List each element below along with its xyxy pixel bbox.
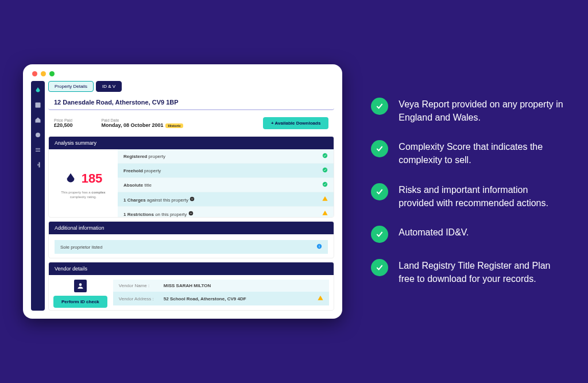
- analysis-row: Absolute title: [118, 178, 334, 192]
- logout-icon[interactable]: [34, 161, 41, 168]
- check-icon: [371, 226, 388, 243]
- svg-rect-3: [36, 150, 40, 150]
- svg-rect-0: [36, 103, 41, 108]
- home-icon[interactable]: [34, 117, 41, 123]
- vendor-panel: Vendor details Perform ID check Vendor N…: [48, 262, 334, 311]
- svg-point-9: [188, 211, 193, 215]
- complexity-note: This property has a complex complexity r…: [55, 191, 112, 199]
- list-icon[interactable]: [34, 146, 41, 153]
- feature-item: Land Registry Title Register and Plan fr…: [371, 259, 565, 285]
- check-icon: [371, 183, 388, 200]
- feature-text: Land Registry Title Register and Plan fr…: [399, 259, 565, 285]
- svg-rect-11: [319, 246, 320, 247]
- warning-icon: [318, 295, 323, 302]
- dashboard-icon[interactable]: [34, 102, 41, 109]
- additional-title: Additional information: [49, 222, 334, 234]
- complexity-score: 185 This property has a complex complexi…: [49, 149, 118, 218]
- vendor-name-row: Vendor Name : MISS SARAH MILTON: [113, 280, 330, 292]
- vendor-address-row: Vendor Address : 52 School Road, Atherst…: [113, 292, 330, 305]
- check-icon: [371, 98, 388, 115]
- gear-icon[interactable]: [34, 131, 41, 138]
- analysis-row: Freehold property: [118, 164, 334, 178]
- paid-date-value: Monday, 08 October 2001Historic: [102, 122, 183, 128]
- check-icon: [371, 140, 388, 157]
- tabs: Property Details ID & V: [48, 81, 334, 92]
- close-icon[interactable]: [32, 71, 37, 76]
- avatar: [74, 280, 87, 292]
- property-address: 12 Danesdale Road, Atherstone, CV9 1BP: [48, 95, 334, 110]
- check-icon: [322, 181, 328, 187]
- sole-proprietor-row: Sole proprietor listed: [55, 240, 328, 254]
- historic-badge: Historic: [165, 123, 183, 128]
- feature-text: Risks and important information provided…: [399, 183, 565, 210]
- complexity-score-value: 185: [82, 171, 103, 186]
- main-content: Property Details ID & V 12 Danesdale Roa…: [48, 81, 334, 311]
- check-icon: [322, 167, 328, 173]
- chevron-down-icon[interactable]: [188, 211, 194, 216]
- feature-text: Complexity Score that indicates the comp…: [399, 140, 565, 167]
- price-label: Price Paid: [54, 118, 73, 122]
- maximize-icon[interactable]: [49, 71, 55, 76]
- svg-rect-4: [36, 151, 40, 152]
- brand-logo-icon: [64, 172, 77, 185]
- svg-rect-2: [36, 148, 40, 149]
- feature-item: Risks and important information provided…: [371, 183, 565, 210]
- warning-icon: [322, 210, 328, 216]
- feature-text: Veya Report provided on any property in …: [399, 98, 565, 124]
- analysis-row: Registered property: [118, 149, 334, 164]
- feature-item: Veya Report provided on any property in …: [371, 98, 565, 124]
- additional-panel: Additional information Sole proprietor l…: [48, 221, 334, 258]
- user-icon: [76, 282, 84, 290]
- analysis-list: Registered propertyFreehold propertyAbso…: [118, 149, 334, 218]
- tab-property-details[interactable]: Property Details: [48, 81, 94, 92]
- price-value: £20,500: [54, 122, 73, 128]
- feature-item: Automated ID&V.: [371, 226, 565, 243]
- device-frame: Property Details ID & V 12 Danesdale Roa…: [23, 64, 342, 319]
- chevron-down-icon[interactable]: [189, 196, 195, 202]
- minimize-icon[interactable]: [41, 71, 46, 76]
- warning-icon: [322, 196, 328, 202]
- feature-list: Veya Report provided on any property in …: [371, 98, 565, 286]
- svg-point-13: [79, 283, 82, 286]
- check-icon: [322, 153, 328, 158]
- check-icon: [371, 259, 388, 276]
- info-icon[interactable]: [316, 243, 322, 250]
- perform-id-check-button[interactable]: Perform ID check: [53, 296, 107, 308]
- svg-rect-12: [319, 245, 320, 246]
- available-downloads-button[interactable]: + Available Downloads: [263, 117, 328, 129]
- analysis-row: 1 Charges against this property: [118, 192, 334, 207]
- analysis-panel: Analysis summary 185 This property has a…: [48, 136, 334, 218]
- analysis-title: Analysis summary: [49, 137, 334, 149]
- property-meta: Price Paid £20,500 Paid Date Monday, 08 …: [48, 114, 334, 133]
- svg-point-1: [36, 133, 40, 137]
- analysis-row: 1 Restrictions on this property: [118, 207, 334, 218]
- feature-item: Complexity Score that indicates the comp…: [371, 140, 565, 167]
- logo-icon: [34, 87, 41, 94]
- vendor-title: Vendor details: [49, 262, 334, 275]
- svg-point-8: [190, 196, 195, 201]
- paid-date-label: Paid Date: [102, 118, 183, 122]
- window-controls: [31, 69, 334, 81]
- tab-idv[interactable]: ID & V: [96, 81, 122, 92]
- sidebar: [31, 81, 45, 311]
- feature-text: Automated ID&V.: [399, 226, 469, 243]
